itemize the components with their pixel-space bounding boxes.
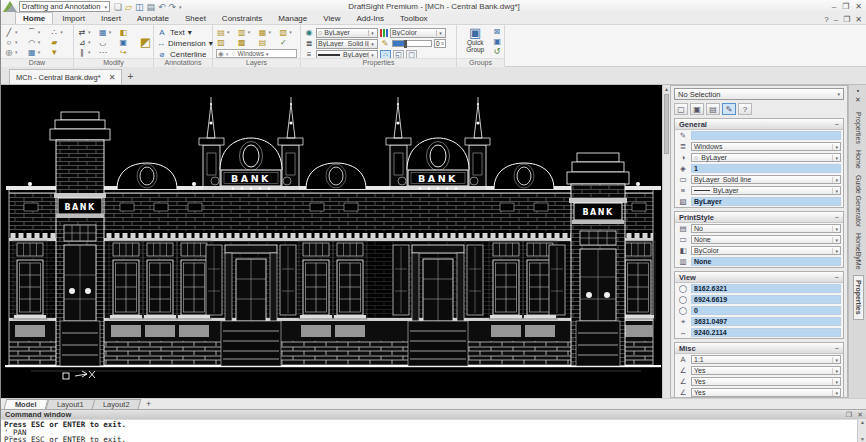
misc-combo-1[interactable]: Yes▾ <box>691 366 841 375</box>
palette-tool-3[interactable]: ▤ <box>706 103 720 115</box>
command-scrollbar[interactable]: ▲ ▼ <box>857 419 866 442</box>
height-value[interactable]: 3631.0497 <box>691 317 841 326</box>
side-tab-homebyme[interactable]: HomeByMe <box>855 233 862 270</box>
misc-combo-3[interactable]: Yes▾ <box>691 388 841 397</box>
command-close-icon[interactable]: ✕ <box>857 411 863 419</box>
palette-select-tool[interactable]: ✎ <box>722 103 736 115</box>
linestyle-combo[interactable]: ByLayerSolid line▾ <box>691 175 841 184</box>
canvas-scrollbar[interactable]: ▲ <box>662 85 670 398</box>
by-color-combo[interactable]: ByColor▾ <box>390 28 446 38</box>
width-value[interactable]: 9240.2114 <box>691 328 841 337</box>
mdi-close-icon[interactable]: ✕ <box>855 15 862 24</box>
redo-icon[interactable]: ↷ <box>169 2 177 12</box>
ungroup-icon[interactable]: ⊠ <box>493 27 501 36</box>
undo-icon[interactable]: ↶ <box>158 2 166 12</box>
quick-group-button[interactable]: ▣ Quick Group <box>460 27 490 57</box>
line-color-combo[interactable]: ○ ByLayer▾ <box>316 28 378 38</box>
qat-dropdown-icon[interactable]: ▾ <box>179 4 182 10</box>
printstyle-combo-2[interactable]: None▾ <box>691 235 841 244</box>
table-tool-icon[interactable]: ▦▾ <box>27 47 48 57</box>
linestyle-combo[interactable]: ByLayer Solid line ▾ <box>316 39 378 49</box>
polygon-tool-icon[interactable]: ▼ <box>49 47 70 57</box>
section-printstyle-header[interactable]: PrintStyle− <box>675 212 843 223</box>
misc-combo-2[interactable]: Yes▾ <box>691 377 841 386</box>
print-icon[interactable]: ▤ <box>146 2 155 12</box>
rotate-tool-icon[interactable]: ⊿▾ <box>77 37 96 47</box>
color-field[interactable] <box>691 131 841 140</box>
printstyle-combo-1[interactable]: No▾ <box>691 224 841 233</box>
transparency-slider[interactable] <box>392 40 432 47</box>
ellipse-tool-icon[interactable]: ◠▾ <box>27 37 48 47</box>
center-y-value[interactable]: 6924.6619 <box>691 295 841 304</box>
arc-tool-icon[interactable]: ⌒▾ <box>27 27 48 37</box>
tab-insert[interactable]: Insert <box>94 13 128 24</box>
strip-close-icon[interactable]: ✕ <box>855 96 861 104</box>
text-tool[interactable]: AText▾ <box>157 27 209 38</box>
scroll-down-icon[interactable]: ▼ <box>858 436 866 442</box>
linecolor-combo[interactable]: ○ByLayer▾ <box>691 153 841 162</box>
tab-constraints[interactable]: Constraints <box>215 13 269 24</box>
tab-layout1[interactable]: Layout1 <box>45 399 94 409</box>
layer-off-icon[interactable]: ▦▾ <box>258 27 277 37</box>
maximize-icon[interactable]: ❐ <box>842 2 849 11</box>
layer-freeze-icon[interactable]: ▥▾ <box>237 27 256 37</box>
new-file-icon[interactable]: ❏ <box>114 2 122 12</box>
close-icon[interactable]: ✕ <box>855 2 862 11</box>
printstyle-combo-3[interactable]: ByColor▾ <box>691 246 841 255</box>
side-tab-guide-generator[interactable]: Guide Generator <box>855 175 862 227</box>
tab-import[interactable]: Import <box>55 13 92 24</box>
scrollbar-thumb[interactable] <box>664 94 669 154</box>
move-tool-icon[interactable]: ⇄▾ <box>77 27 96 37</box>
minimize-icon[interactable]: – <box>832 2 836 11</box>
printstyle-field[interactable]: None <box>691 257 841 266</box>
close-document-icon[interactable]: ✕ <box>109 73 116 82</box>
side-tab-home[interactable]: Home <box>855 150 862 169</box>
regroup-icon[interactable]: ↺ <box>493 47 501 56</box>
layer-isolate-icon[interactable]: ▧▾ <box>278 27 297 37</box>
fillet-tool-icon[interactable]: ◡ <box>98 37 117 47</box>
drawing-canvas[interactable]: BANK BANK BAN <box>1 85 662 398</box>
tab-sheet[interactable]: Sheet <box>178 13 213 24</box>
transparency-spinner[interactable]: 0⇅ <box>434 39 446 48</box>
add-sheet-button[interactable]: + <box>146 399 151 409</box>
tab-home[interactable]: Home <box>15 12 53 24</box>
layer-lock-icon[interactable]: ▨ <box>216 37 235 47</box>
help-icon[interactable]: ? <box>824 15 828 24</box>
workspace-selector[interactable]: Drafting and Annotation ▾ <box>19 1 110 12</box>
scroll-up-icon[interactable]: ▲ <box>663 85 670 93</box>
palette-tool-2[interactable]: ▣ <box>690 103 704 115</box>
pin-icon[interactable]: ▪ <box>857 87 859 94</box>
annotation-scale-combo[interactable]: 1:1▾ <box>691 355 841 364</box>
pattern-tool-icon[interactable]: ▦▾ <box>98 27 117 37</box>
mdi-restore-icon[interactable]: ❐ <box>843 15 850 24</box>
ring-tool-icon[interactable]: ◎▾ <box>4 47 25 57</box>
center-z-value[interactable]: 0 <box>691 306 841 315</box>
layer-match-icon[interactable]: ▩ <box>237 37 256 47</box>
side-tab-properties-active[interactable]: Properties <box>853 275 864 320</box>
layer-filter-combo[interactable]: ◉ ◐ ○ Windows ▾ <box>216 49 297 58</box>
palette-tool-1[interactable]: ▢ <box>674 103 688 115</box>
dimension-tool[interactable]: ↔Dimension▾ <box>157 38 209 49</box>
selection-combo[interactable]: No Selection ▾ <box>674 88 844 100</box>
line-tool-icon[interactable]: ╱▾ <box>4 27 25 37</box>
palette-help-button[interactable]: ? <box>738 103 752 115</box>
section-general-header[interactable]: General− <box>675 119 843 130</box>
scale-tool-icon[interactable]: ∥▾ <box>77 47 96 57</box>
scroll-up-icon[interactable]: ▲ <box>858 419 866 425</box>
command-history[interactable]: Press ESC or ENTER to exit. '_PAN Press … <box>1 419 857 442</box>
float-icon[interactable]: ❐ <box>846 411 852 419</box>
tab-add-ins[interactable]: Add-Ins <box>349 13 391 24</box>
tab-model[interactable]: Model <box>4 399 48 409</box>
linescale-field[interactable]: 1 <box>691 164 841 173</box>
trim-tool-icon[interactable]: ◧ <box>118 27 137 37</box>
open-file-icon[interactable]: ▱ <box>125 2 132 12</box>
edit-group-icon[interactable]: ▣ <box>493 37 501 46</box>
layer-check-icon[interactable]: ✓ <box>278 37 297 47</box>
lineweight-combo[interactable]: ByLayer▾ <box>691 186 841 195</box>
tab-manage[interactable]: Manage <box>271 13 314 24</box>
offset-tool-icon[interactable]: ↪ <box>118 47 137 57</box>
circle-tool-icon[interactable]: ○▾ <box>4 37 25 47</box>
mdi-minimize-icon[interactable]: – <box>834 15 838 24</box>
side-tab-properties[interactable]: Properties <box>855 112 862 144</box>
layer-walk-icon[interactable]: ▤ <box>258 37 277 47</box>
